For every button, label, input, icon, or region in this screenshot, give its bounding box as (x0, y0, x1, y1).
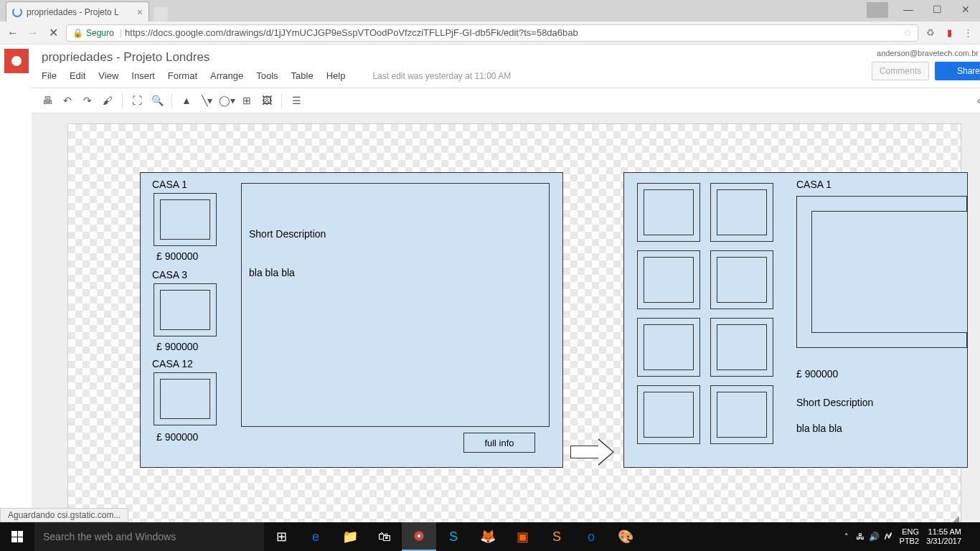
file-explorer-icon[interactable]: 📁 (333, 522, 367, 551)
item-thumb[interactable] (154, 372, 217, 425)
tab-title: propriedades - Projeto L (27, 7, 119, 17)
menu-insert[interactable]: Insert (131, 70, 155, 81)
new-tab-button[interactable] (154, 7, 168, 22)
redo-icon[interactable]: ↷ (79, 92, 96, 109)
menu-help[interactable]: Help (326, 70, 346, 81)
lock-icon: 🔒 (72, 28, 83, 38)
panel2-price[interactable]: £ 900000 (796, 368, 838, 380)
item-thumb[interactable] (154, 283, 217, 336)
shape-tool-icon[interactable]: ◯▾ (218, 92, 235, 109)
image-tool-icon[interactable]: 🖼 (258, 92, 275, 109)
chrome-icon[interactable] (402, 522, 436, 551)
maximize-button[interactable]: ☐ (923, 0, 951, 18)
uc-browser-icon[interactable]: ▣ (505, 522, 540, 551)
paint-icon[interactable]: 🎨 (608, 522, 643, 551)
doc-header: propriedades - Projeto Londres File Edit… (32, 44, 980, 88)
undo-icon[interactable]: ↶ (59, 92, 76, 109)
browser-tab[interactable]: propriedades - Projeto L × (6, 1, 149, 22)
menu-file[interactable]: File (42, 70, 57, 81)
thumb-inner (717, 392, 767, 438)
zoom-icon[interactable]: 🔍 (149, 92, 166, 109)
grid-thumb[interactable] (710, 183, 773, 242)
item-price[interactable]: £ 900000 (156, 250, 198, 262)
thumb-inner (644, 324, 694, 370)
panel2-desc-label[interactable]: Short Description (796, 397, 873, 408)
tray-chevron-icon[interactable]: ˄ (844, 532, 849, 542)
user-email[interactable]: anderson@bravetech.com.br ▼ (872, 49, 980, 57)
comments-button[interactable]: Comments (872, 62, 929, 80)
item-price[interactable]: £ 900000 (156, 431, 198, 443)
grid-thumb[interactable] (637, 250, 700, 309)
minimize-button[interactable]: — (894, 0, 923, 18)
grid-thumb[interactable] (637, 183, 700, 242)
store-icon[interactable]: 🛍 (367, 522, 402, 551)
close-tab-icon[interactable]: × (137, 6, 143, 18)
language-indicator[interactable]: ENG PTB2 (900, 527, 920, 546)
edge-icon[interactable]: e (298, 522, 333, 551)
taskbar-search[interactable]: Search the web and Windows (34, 522, 264, 551)
firefox-icon[interactable]: 🦊 (471, 522, 505, 551)
grid-thumb[interactable] (710, 385, 773, 444)
item-title[interactable]: CASA 3 (152, 269, 187, 281)
zoom-fit-icon[interactable]: ⛶ (128, 92, 146, 109)
collapse-toolbar-icon[interactable]: « (971, 92, 980, 109)
extension-icon[interactable]: ♻ (924, 27, 937, 39)
menu-table[interactable]: Table (291, 70, 314, 81)
align-icon[interactable]: ☰ (288, 92, 305, 109)
menu-arrange[interactable]: Arrange (210, 70, 243, 81)
panel2-main-image[interactable] (796, 196, 967, 348)
menu-bar: File Edit View Insert Format Arrange Too… (32, 65, 980, 81)
grid-thumb[interactable] (710, 250, 773, 309)
doc-title[interactable]: propriedades - Projeto Londres (32, 44, 980, 65)
canvas-area[interactable]: CASA 1 £ 900000 CASA 3 £ 900000 CASA 12 … (32, 113, 980, 522)
back-button[interactable]: ← (6, 26, 20, 40)
canvas-resize-handle[interactable] (949, 513, 961, 522)
star-icon[interactable]: ☆ (903, 27, 912, 38)
secure-label: Seguro (86, 28, 114, 38)
clock[interactable]: 11:55 AM 3/31/2017 (926, 527, 961, 546)
arrow-shape[interactable] (570, 438, 615, 466)
user-icon[interactable] (867, 2, 888, 18)
item-title[interactable]: CASA 12 (152, 358, 193, 369)
windows-taskbar: Search the web and Windows ⊞ e 📁 🛍 S 🦊 ▣… (0, 522, 980, 551)
browser-tab-strip: propriedades - Projeto L × — ☐ ✕ (0, 0, 980, 22)
textbox-tool-icon[interactable]: ⊞ (238, 92, 255, 109)
item-thumb[interactable] (154, 193, 217, 246)
grid-thumb[interactable] (710, 318, 773, 377)
share-button[interactable]: 👤 Share (935, 62, 980, 80)
network-icon[interactable]: 🖧 (856, 532, 864, 542)
item-price[interactable]: £ 900000 (156, 341, 198, 352)
menu-format[interactable]: Format (168, 70, 197, 81)
stop-button[interactable]: ✕ (46, 26, 60, 40)
url-input[interactable]: 🔒 Seguro | https://docs.google.com/drawi… (66, 24, 918, 42)
outlook-icon[interactable]: o (574, 522, 608, 551)
skype-icon[interactable]: S (436, 522, 471, 551)
menu-tools[interactable]: Tools (256, 70, 278, 81)
panel2-desc-text[interactable]: bla bla bla (796, 423, 842, 434)
panel2-title[interactable]: CASA 1 (796, 179, 831, 190)
wireframe-panel-2[interactable]: CASA 1 £ 900000 Short Description (623, 172, 968, 468)
wireframe-panel-1[interactable]: CASA 1 £ 900000 CASA 3 £ 900000 CASA 12 … (140, 172, 563, 468)
grid-thumb[interactable] (637, 318, 700, 377)
item-title[interactable]: CASA 1 (152, 179, 187, 190)
extension-icon-2[interactable]: ▮ (943, 27, 956, 39)
full-info-button[interactable]: full info (463, 433, 535, 453)
description-box[interactable]: Short Description bla bla bla (241, 183, 550, 427)
power-icon[interactable]: 🗲 (884, 532, 892, 542)
print-icon[interactable]: 🖶 (39, 92, 56, 109)
menu-edit[interactable]: Edit (70, 70, 85, 81)
sublime-icon[interactable]: S (540, 522, 574, 551)
menu-icon[interactable]: ⋮ (961, 27, 974, 39)
app-logo[interactable] (0, 44, 32, 88)
menu-view[interactable]: View (98, 70, 118, 81)
close-window-button[interactable]: ✕ (951, 0, 980, 18)
line-tool-icon[interactable]: ╲▾ (198, 92, 215, 109)
grid-thumb[interactable] (637, 385, 700, 444)
task-view-icon[interactable]: ⊞ (264, 522, 298, 551)
drawing-canvas[interactable]: CASA 1 £ 900000 CASA 3 £ 900000 CASA 12 … (67, 123, 961, 522)
paint-format-icon[interactable]: 🖌 (99, 92, 116, 109)
start-button[interactable] (0, 522, 34, 551)
forward-button[interactable]: → (26, 26, 40, 40)
select-tool-icon[interactable]: ▲ (178, 92, 195, 109)
volume-icon[interactable]: 🔊 (869, 532, 880, 542)
